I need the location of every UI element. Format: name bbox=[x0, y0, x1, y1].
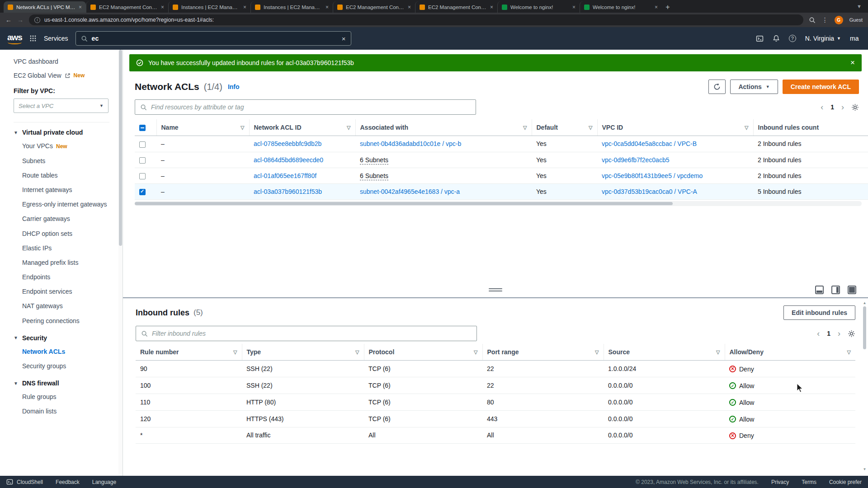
sidebar-item-security-groups[interactable]: Security groups bbox=[14, 359, 111, 373]
close-tab-icon[interactable]: × bbox=[161, 4, 164, 10]
vpc-select-dropdown[interactable]: Select a VPC ▼ bbox=[14, 99, 108, 113]
row-checkbox[interactable] bbox=[139, 157, 146, 164]
vpc-id-link[interactable]: vpc-05e9b80f1431b9ee5 / vpcdemo bbox=[602, 172, 703, 179]
sidebar-item-endpoints[interactable]: Endpoints bbox=[14, 270, 111, 284]
close-tab-icon[interactable]: × bbox=[326, 4, 329, 10]
browser-tab[interactable]: Network ACLs | VPC Managem× bbox=[4, 1, 86, 13]
close-tab-icon[interactable]: × bbox=[490, 4, 493, 10]
sidebar-scrollbar[interactable] bbox=[118, 50, 123, 476]
address-bar[interactable]: i us-east-1.console.aws.amazon.com/vpc/h… bbox=[29, 14, 803, 25]
filter-icon[interactable]: ▽ bbox=[745, 125, 748, 131]
scrollbar-thumb[interactable] bbox=[135, 202, 673, 205]
sidebar-item-egress-only-internet-gateways[interactable]: Egress-only internet gateways bbox=[14, 197, 111, 211]
sidebar-item-endpoint-services[interactable]: Endpoint services bbox=[14, 284, 111, 299]
sidebar-item-carrier-gateways[interactable]: Carrier gateways bbox=[14, 211, 111, 226]
acl-id-link[interactable]: acl-0785ee8ebbfc9db2b bbox=[254, 140, 321, 147]
table-settings-gear-icon[interactable] bbox=[851, 103, 859, 111]
rule-row[interactable]: 110 HTTP (80) TCP (6) 80 0.0.0.0/0 Allow bbox=[136, 394, 855, 410]
cloudshell-icon[interactable] bbox=[756, 35, 764, 42]
filter-icon[interactable]: ▽ bbox=[595, 349, 599, 355]
close-tab-icon[interactable]: × bbox=[243, 4, 246, 10]
sidebar-item-internet-gateways[interactable]: Internet gateways bbox=[14, 183, 111, 197]
split-panel-bottom-position-icon[interactable] bbox=[815, 286, 824, 294]
col-header-acl-id[interactable]: Network ACL ID▽ bbox=[249, 119, 355, 136]
acl-id-link[interactable]: acl-0864d5bd689eecde0 bbox=[254, 156, 323, 164]
associated-with-link[interactable]: subnet-0b4d36adabd10c01e / vpc-b bbox=[360, 140, 461, 147]
col-header-rule-number[interactable]: Rule number▽ bbox=[136, 344, 242, 361]
clear-search-icon[interactable]: × bbox=[342, 35, 346, 42]
filter-icon[interactable]: ▽ bbox=[233, 349, 237, 355]
account-menu[interactable]: ma bbox=[850, 35, 861, 42]
filter-icon[interactable]: ▽ bbox=[355, 349, 359, 355]
table-settings-gear-icon[interactable] bbox=[848, 330, 855, 338]
next-page-icon[interactable]: › bbox=[841, 103, 844, 111]
footer-cookie-preferences[interactable]: Cookie prefer bbox=[829, 479, 862, 485]
section-security[interactable]: ▼Security bbox=[14, 334, 123, 342]
select-all-checkbox[interactable] bbox=[139, 125, 146, 131]
footer-language[interactable]: Language bbox=[92, 479, 116, 485]
table-row-selected[interactable]: – acl-03a037b960121f53b subnet-0042af496… bbox=[135, 184, 868, 200]
sidebar-item-dhcp-option-sets[interactable]: DHCP option sets bbox=[14, 226, 111, 241]
acl-id-link[interactable]: acl-01af065ee167ff80f bbox=[254, 172, 316, 179]
browser-tab[interactable]: Welcome to nginx!× bbox=[580, 1, 662, 13]
filter-icon[interactable]: ▽ bbox=[474, 349, 477, 355]
sidebar-item-nat-gateways[interactable]: NAT gateways bbox=[14, 299, 111, 313]
vpc-id-link[interactable]: vpc-0d37d53b19cac0ca0 / VPC-A bbox=[602, 188, 697, 195]
table-row[interactable]: – acl-01af065ee167ff80f 6 Subnets Yes vp… bbox=[135, 168, 868, 183]
row-checkbox[interactable] bbox=[139, 189, 146, 195]
sidebar-item-your-vpcs[interactable]: Your VPCsNew bbox=[14, 139, 111, 154]
new-tab-button[interactable]: + bbox=[662, 1, 674, 13]
rule-row[interactable]: * All traffic All All 0.0.0.0/0 Deny bbox=[136, 427, 855, 444]
next-page-icon[interactable]: › bbox=[838, 329, 840, 338]
prev-page-icon[interactable]: ‹ bbox=[821, 103, 823, 111]
notifications-bell-icon[interactable] bbox=[773, 35, 780, 42]
sidebar-item-route-tables[interactable]: Route tables bbox=[14, 168, 111, 183]
col-header-inbound-rules-count[interactable]: Inbound rules count bbox=[753, 119, 868, 136]
row-checkbox[interactable] bbox=[139, 141, 146, 148]
col-header-associated-with[interactable]: Associated with▽ bbox=[355, 119, 532, 136]
vpc-id-link[interactable]: vpc-0ca5dd04e5a8ccbac / VPC-B bbox=[602, 140, 697, 147]
sidebar-item-domain-lists[interactable]: Domain lists bbox=[14, 404, 111, 418]
scroll-down-icon[interactable]: ▼ bbox=[863, 467, 867, 471]
split-panel-hide-icon[interactable] bbox=[848, 286, 856, 294]
back-icon[interactable]: ← bbox=[5, 16, 12, 23]
resource-filter-input[interactable] bbox=[151, 103, 471, 111]
rule-row[interactable]: 100 SSH (22) TCP (6) 22 0.0.0.0/0 Allow bbox=[136, 377, 855, 394]
close-tab-icon[interactable]: × bbox=[572, 4, 576, 10]
table-row[interactable]: – acl-0864d5bd689eecde0 6 Subnets Yes vp… bbox=[135, 152, 868, 168]
search-tabs-icon[interactable] bbox=[809, 17, 816, 23]
sidebar-item-managed-prefix-lists[interactable]: Managed prefix lists bbox=[14, 255, 111, 270]
col-header-protocol[interactable]: Protocol▽ bbox=[364, 344, 482, 361]
footer-privacy[interactable]: Privacy bbox=[771, 479, 789, 485]
sidebar-item-rule-groups[interactable]: Rule groups bbox=[14, 389, 111, 404]
browser-menu-icon[interactable]: ⋮ bbox=[822, 16, 828, 23]
browser-tab[interactable]: Instances | EC2 Management Co× bbox=[168, 1, 250, 13]
aws-logo[interactable]: aws bbox=[7, 33, 22, 45]
table-row[interactable]: – acl-0785ee8ebbfc9db2b subnet-0b4d36ada… bbox=[135, 136, 868, 152]
split-panel-drag-handle[interactable] bbox=[489, 288, 502, 291]
browser-tab[interactable]: Welcome to nginx!× bbox=[497, 1, 580, 13]
browser-tab[interactable]: Instances | EC2 Management Co× bbox=[250, 1, 333, 13]
region-selector[interactable]: N. Virginia▼ bbox=[805, 35, 841, 42]
rules-filter-input[interactable] bbox=[152, 330, 472, 337]
actions-button[interactable]: Actions▼ bbox=[730, 80, 778, 94]
associated-with-popover[interactable]: 6 Subnets bbox=[360, 156, 388, 164]
filter-icon[interactable]: ▽ bbox=[347, 125, 350, 131]
row-checkbox[interactable] bbox=[139, 173, 146, 179]
site-info-icon[interactable]: i bbox=[34, 17, 40, 23]
filter-icon[interactable]: ▽ bbox=[241, 125, 244, 131]
sidebar-item-ec2-global-view[interactable]: EC2 Global View New bbox=[14, 72, 123, 79]
section-virtual-private-cloud[interactable]: ▼Virtual private cloud bbox=[14, 129, 123, 136]
filter-icon[interactable]: ▽ bbox=[716, 349, 720, 355]
help-icon[interactable]: ? bbox=[789, 35, 796, 42]
horizontal-scrollbar[interactable] bbox=[135, 201, 862, 206]
acl-id-link[interactable]: acl-03a037b960121f53b bbox=[254, 188, 322, 195]
filter-icon[interactable]: ▽ bbox=[847, 349, 851, 355]
info-link[interactable]: Info bbox=[228, 83, 240, 90]
sidebar-item-network-acls[interactable]: Network ACLs bbox=[14, 344, 111, 359]
browser-profile-avatar[interactable]: G bbox=[835, 16, 843, 24]
scroll-up-icon[interactable]: ▲ bbox=[863, 301, 867, 305]
section-dns-firewall[interactable]: ▼DNS firewall bbox=[14, 380, 123, 387]
sidebar-item-peering-connections[interactable]: Peering connections bbox=[14, 314, 111, 328]
associated-with-popover[interactable]: 6 Subnets bbox=[360, 172, 388, 180]
